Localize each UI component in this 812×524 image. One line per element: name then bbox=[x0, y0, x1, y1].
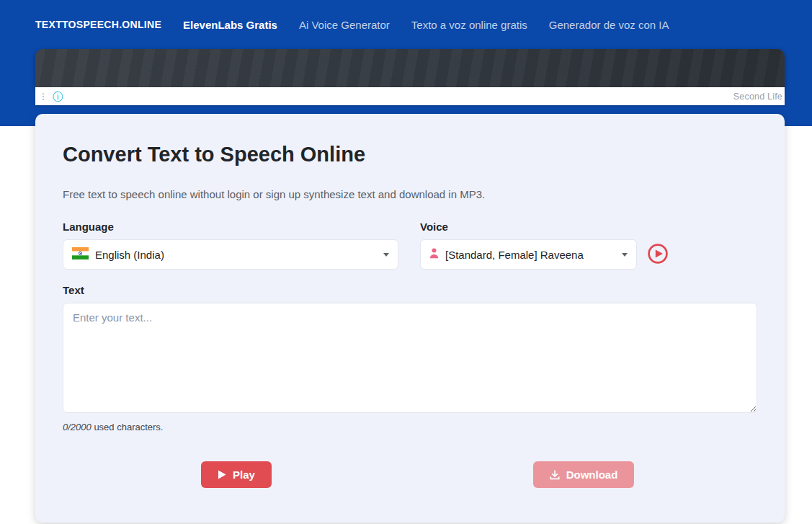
play-circle-icon bbox=[647, 243, 669, 267]
text-label: Text bbox=[63, 284, 757, 296]
nav-item-elevenlabs-gratis[interactable]: ElevenLabs Gratis bbox=[183, 19, 277, 31]
nav-item-texto-a-voz[interactable]: Texto a voz online gratis bbox=[411, 19, 527, 31]
voice-label: Voice bbox=[420, 221, 669, 233]
nav-item-ai-voice-generator[interactable]: Ai Voice Generator bbox=[299, 19, 390, 31]
brand-logo[interactable]: TEXTTOSPEECH.ONLINE bbox=[35, 19, 161, 30]
india-flag-icon bbox=[72, 247, 89, 262]
ad-info-icon[interactable]: ⓘ bbox=[53, 92, 63, 102]
character-count-suffix: used characters. bbox=[92, 422, 164, 432]
voice-select[interactable]: [Standard, Female] Raveena bbox=[420, 239, 637, 270]
language-selected-value: English (India) bbox=[95, 249, 377, 261]
voice-preview-play-button[interactable] bbox=[647, 244, 669, 265]
download-button[interactable]: Download bbox=[533, 461, 635, 488]
play-button-label: Play bbox=[233, 469, 255, 481]
download-button-label: Download bbox=[566, 469, 618, 481]
ad-banner: ⋮ ⓘ Second Life bbox=[35, 49, 785, 105]
character-count: 0/2000 bbox=[63, 422, 92, 432]
ad-attribution-text: Second Life bbox=[733, 92, 782, 102]
play-icon bbox=[218, 470, 226, 479]
language-label: Language bbox=[63, 221, 398, 233]
person-icon bbox=[429, 248, 439, 261]
page-subtitle: Free text to speech online without login… bbox=[63, 188, 757, 200]
ad-options-kebab-icon[interactable]: ⋮ bbox=[39, 92, 48, 101]
play-button[interactable]: Play bbox=[201, 461, 272, 488]
voice-selected-value: [Standard, Female] Raveena bbox=[445, 249, 615, 261]
text-input[interactable] bbox=[63, 303, 757, 413]
chevron-down-icon bbox=[383, 253, 389, 257]
character-counter: 0/2000 used characters. bbox=[63, 422, 757, 432]
page-title: Convert Text to Speech Online bbox=[63, 143, 757, 166]
language-select[interactable]: English (India) bbox=[63, 239, 398, 270]
nav-item-generador-de-voz[interactable]: Generador de voz con IA bbox=[549, 19, 669, 31]
download-icon bbox=[550, 470, 560, 480]
ad-image[interactable] bbox=[35, 49, 785, 87]
ad-attribution-strip: ⋮ ⓘ Second Life bbox=[35, 87, 785, 105]
tts-card: Convert Text to Speech Online Free text … bbox=[35, 114, 785, 523]
top-navbar: TEXTTOSPEECH.ONLINE ElevenLabs Gratis Ai… bbox=[0, 0, 812, 49]
chevron-down-icon bbox=[622, 253, 628, 257]
